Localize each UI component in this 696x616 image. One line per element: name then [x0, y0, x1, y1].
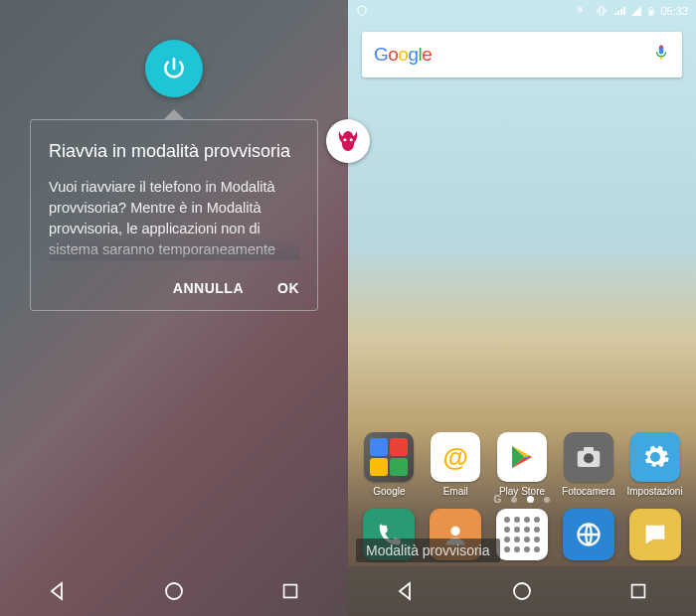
phone-right-homescreen: N 05:33 Google Google @ Email — [348, 0, 696, 616]
nfc-icon: N — [577, 5, 591, 17]
nav-recent-button[interactable] — [609, 571, 668, 611]
nav-home-button[interactable] — [144, 571, 204, 611]
app-camera[interactable]: Fotocamera — [558, 432, 619, 497]
safe-mode-badge: Modalità provvisoria — [356, 539, 500, 562]
shield-icon — [356, 4, 368, 18]
nav-recent-button[interactable] — [261, 571, 320, 611]
dock-browser[interactable] — [563, 509, 614, 560]
watermark-logo — [326, 119, 370, 163]
back-icon — [394, 579, 418, 603]
page-dot[interactable] — [544, 497, 550, 503]
devil-icon — [333, 126, 363, 156]
android-navbar-right — [348, 566, 696, 616]
svg-rect-3 — [600, 7, 604, 15]
app-email[interactable]: @ Email — [425, 432, 486, 497]
dock-messages[interactable] — [629, 509, 681, 560]
svg-rect-11 — [584, 447, 594, 452]
app-playstore[interactable]: Play Store — [491, 432, 553, 497]
mic-icon[interactable] — [652, 42, 670, 68]
svg-point-17 — [350, 138, 353, 141]
playstore-icon — [507, 442, 537, 472]
gear-icon — [640, 442, 670, 472]
signal-icon — [612, 5, 626, 17]
svg-point-0 — [166, 583, 182, 599]
back-icon — [46, 579, 70, 603]
svg-point-12 — [451, 527, 460, 536]
dialog-body-text: Vuoi riavviare il telefono in Modalità p… — [49, 179, 275, 257]
safemode-dialog: Riavvia in modalità provvisoria Vuoi ria… — [30, 109, 318, 311]
app-row: Google @ Email Play Store Fotocamera Imp… — [348, 432, 696, 497]
home-icon — [162, 579, 186, 603]
svg-text:N: N — [578, 6, 583, 13]
dialog-pointer — [164, 109, 184, 119]
recent-icon — [627, 580, 649, 602]
home-icon — [510, 579, 534, 603]
power-button-icon[interactable] — [145, 40, 203, 97]
svg-point-8 — [660, 46, 663, 49]
cancel-button[interactable]: ANNULLA — [173, 280, 244, 296]
dialog-title: Riavvia in modalità provvisoria — [49, 140, 299, 163]
nav-back-button[interactable] — [28, 571, 87, 611]
google-logo: Google — [374, 44, 432, 66]
page-dot-active[interactable] — [527, 496, 534, 503]
phone-left-safemode-dialog: Riavvia in modalità provvisoria Vuoi ria… — [0, 0, 348, 616]
nav-home-button[interactable] — [492, 571, 552, 611]
svg-point-10 — [584, 453, 594, 463]
dialog-body: Vuoi riavviare il telefono in Modalità p… — [49, 177, 299, 260]
apps-grid-icon — [504, 517, 540, 552]
camera-icon — [574, 442, 604, 472]
signal-icon-2 — [630, 5, 642, 17]
recent-icon — [279, 580, 301, 602]
nav-back-button[interactable] — [376, 571, 435, 611]
app-google-folder[interactable]: Google — [358, 432, 420, 497]
battery-icon — [646, 4, 656, 18]
dialog-actions: ANNULLA OK — [49, 280, 299, 296]
svg-point-16 — [343, 138, 346, 141]
power-icon — [161, 56, 187, 81]
svg-rect-5 — [651, 7, 653, 8]
svg-rect-1 — [283, 585, 296, 598]
android-navbar-left — [0, 566, 348, 616]
status-bar: N 05:33 — [348, 0, 696, 22]
globe-icon — [575, 521, 603, 548]
message-icon — [641, 521, 669, 548]
page-dot[interactable] — [511, 497, 517, 503]
status-time: 05:33 — [660, 5, 688, 17]
svg-rect-6 — [650, 10, 653, 15]
ok-button[interactable]: OK — [277, 280, 299, 296]
svg-rect-15 — [631, 585, 644, 598]
dock-app-drawer[interactable] — [496, 509, 548, 560]
vibrate-icon — [595, 5, 609, 17]
app-settings[interactable]: Impostazioni — [624, 432, 686, 497]
svg-point-14 — [514, 583, 530, 599]
google-search-bar[interactable]: Google — [362, 32, 682, 77]
